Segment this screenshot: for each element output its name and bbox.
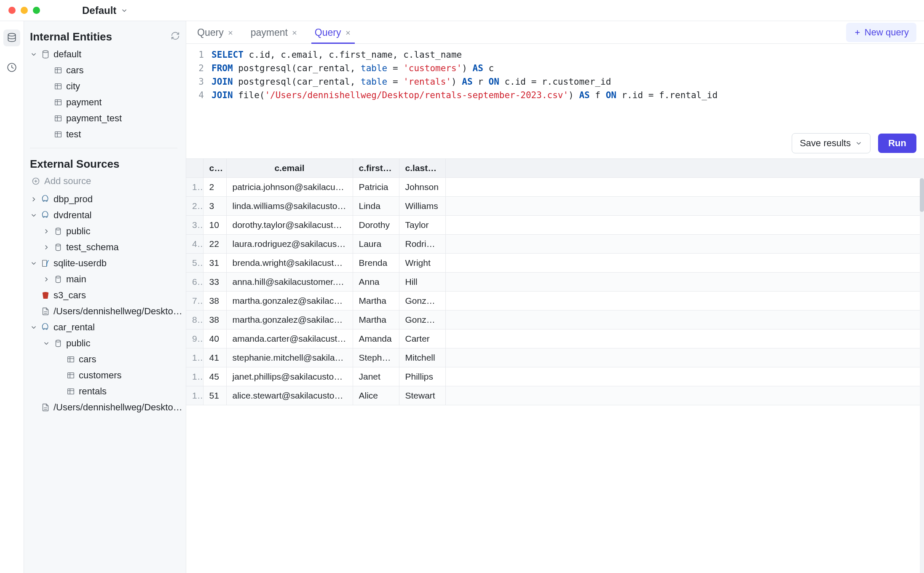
sidebar: Internal Entities defaultcarscitypayment…	[24, 21, 186, 573]
close-window-icon[interactable]	[8, 7, 16, 14]
editor-code[interactable]: SELECT c.id, c.email, c.first_name, c.la…	[212, 48, 924, 128]
tab-payment[interactable]: payment	[247, 27, 301, 43]
row-number: 12	[186, 386, 203, 405]
table-row[interactable]: 738martha.gonzalez@sakilacustomer.orgMar…	[186, 292, 924, 311]
line-number: 4	[186, 88, 204, 102]
node-label: payment	[66, 97, 102, 108]
line-number: 1	[186, 48, 204, 62]
internal-table-item[interactable]: test	[30, 127, 186, 142]
table-row[interactable]: 1145janet.phillips@sakilacustomer.orgJan…	[186, 367, 924, 386]
external-node-sqlite[interactable]: sqlite-userdb	[30, 256, 186, 271]
minimize-window-icon[interactable]	[21, 7, 28, 14]
results-panel[interactable]: c.idc.emailc.first_namec.last_name 12pat…	[186, 158, 924, 573]
rail-history-button[interactable]	[3, 59, 20, 76]
external-node-table[interactable]: rentals	[30, 384, 186, 399]
rail-database-button[interactable]	[3, 29, 20, 46]
new-query-button[interactable]: New query	[846, 23, 916, 42]
schema-icon	[54, 243, 63, 252]
cell: Williams	[399, 197, 445, 216]
external-node-schema[interactable]: public	[30, 336, 186, 351]
results-table: c.idc.emailc.first_namec.last_name 12pat…	[186, 159, 924, 405]
cell: 41	[203, 348, 226, 367]
external-node-schema[interactable]: public	[30, 224, 186, 239]
internal-table-item[interactable]: cars	[30, 63, 186, 78]
external-node-table[interactable]: cars	[30, 352, 186, 367]
node-label: customers	[79, 370, 121, 381]
external-node-file[interactable]: /Users/dennishellweg/Desktop/rentals-sep…	[30, 400, 186, 415]
table-row[interactable]: 1041stephanie.mitchell@sakilacustomer.or…	[186, 348, 924, 367]
external-node-file[interactable]: /Users/dennishellweg/Desktop/emails.csv	[30, 304, 186, 319]
external-node-schema[interactable]: test_schema	[30, 240, 186, 255]
node-label: public	[66, 338, 90, 349]
cell: Linda	[353, 197, 399, 216]
file-icon	[41, 403, 50, 412]
save-results-label: Save results	[800, 138, 851, 149]
workspace-selector[interactable]: Default	[82, 5, 128, 16]
svg-rect-32	[68, 373, 74, 378]
column-header[interactable]: c.last_name	[399, 159, 445, 178]
clock-icon	[6, 62, 17, 73]
schema-icon	[54, 227, 63, 236]
svg-rect-23	[43, 260, 47, 267]
cell: laura.rodriguez@sakilacustomer.org	[226, 235, 353, 254]
sql-editor[interactable]: 1234 SELECT c.id, c.email, c.first_name,…	[186, 44, 924, 128]
external-node-s3[interactable]: s3_cars	[30, 288, 186, 303]
maximize-window-icon[interactable]	[33, 7, 40, 14]
table-row[interactable]: 940amanda.carter@sakilacustomer.orgAmand…	[186, 329, 924, 348]
code-line: JOIN postgresql(car_rental, table = 'ren…	[212, 75, 919, 88]
close-icon[interactable]	[227, 29, 234, 36]
node-label: sqlite-userdb	[54, 258, 107, 269]
add-source-button[interactable]: Add source	[30, 174, 186, 192]
refresh-button[interactable]	[171, 30, 180, 43]
table-row[interactable]: 310dorothy.taylor@sakilacustomer.orgDoro…	[186, 216, 924, 235]
table-row[interactable]: 531brenda.wright@sakilacustomer.orgBrend…	[186, 254, 924, 273]
cell: 2	[203, 178, 226, 197]
table-icon	[66, 355, 75, 364]
external-node-pg[interactable]: dbp_prod	[30, 192, 186, 207]
node-label: city	[66, 81, 80, 92]
node-label: dvdrental	[54, 210, 92, 221]
internal-table-item[interactable]: payment	[30, 95, 186, 110]
cell: Rodriguez	[399, 235, 445, 254]
column-header[interactable]: c.first_name	[353, 159, 399, 178]
table-row[interactable]: 12patricia.johnson@sakilacustomer.orgPat…	[186, 178, 924, 197]
internal-table-item[interactable]: city	[30, 79, 186, 94]
run-label: Run	[888, 138, 906, 148]
cell: Mitchell	[399, 348, 445, 367]
table-row[interactable]: 422laura.rodriguez@sakilacustomer.orgLau…	[186, 235, 924, 254]
table-row[interactable]: 23linda.williams@sakilacustomer.orgLinda…	[186, 197, 924, 216]
table-row[interactable]: 838martha.gonzalez@sakilacustomer.orgMar…	[186, 311, 924, 329]
node-label: payment_test	[66, 113, 122, 124]
table-row[interactable]: 633anna.hill@sakilacustomer.orgAnnaHill	[186, 273, 924, 292]
external-node-pg[interactable]: dvdrental	[30, 208, 186, 223]
cell: 10	[203, 216, 226, 235]
workspace-name: Default	[82, 5, 116, 16]
svg-rect-15	[55, 132, 62, 137]
internal-db-root[interactable]: default	[30, 47, 186, 62]
save-results-button[interactable]: Save results	[792, 133, 870, 153]
external-node-schema[interactable]: main	[30, 272, 186, 287]
internal-table-item[interactable]: payment_test	[30, 111, 186, 126]
table-row[interactable]: 1251alice.stewart@sakilacustomer.orgAlic…	[186, 386, 924, 405]
sqlite-icon	[41, 259, 50, 268]
node-label: rentals	[79, 386, 107, 397]
cell: 45	[203, 367, 226, 386]
close-icon[interactable]	[291, 29, 298, 36]
results-scrollbar-thumb[interactable]	[920, 178, 924, 212]
results-scrollbar-track[interactable]	[920, 159, 924, 573]
close-icon[interactable]	[345, 29, 351, 36]
cell: amanda.carter@sakilacustomer.org	[226, 329, 353, 348]
svg-rect-9	[55, 100, 62, 105]
external-node-pg[interactable]: car_rental	[30, 320, 186, 335]
tab-query[interactable]: Query	[311, 27, 355, 43]
cell: 3	[203, 197, 226, 216]
refresh-icon	[171, 31, 180, 40]
column-header[interactable]: c.email	[226, 159, 353, 178]
column-header[interactable]: c.id	[203, 159, 226, 178]
cell: Janet	[353, 367, 399, 386]
tab-query[interactable]: Query	[194, 27, 237, 43]
external-node-table[interactable]: customers	[30, 368, 186, 383]
bucket-icon	[41, 291, 50, 300]
run-button[interactable]: Run	[878, 134, 916, 153]
row-number: 10	[186, 348, 203, 367]
